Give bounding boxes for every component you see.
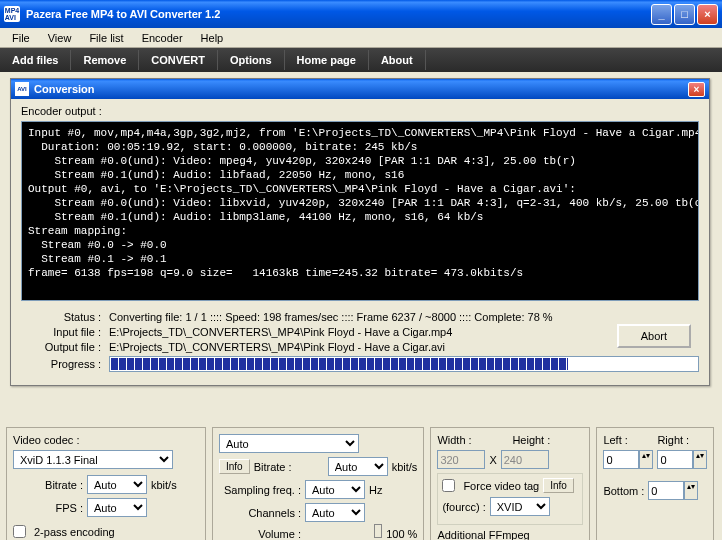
height-input[interactable]: [501, 450, 549, 469]
crop-bottom-spinner[interactable]: ▴▾: [648, 481, 698, 500]
video-fps-select[interactable]: Auto: [87, 498, 147, 517]
menu-encoder[interactable]: Encoder: [134, 30, 191, 46]
toolbar: Add files Remove CONVERT Options Home pa…: [0, 48, 722, 72]
status-label: Status :: [21, 311, 101, 323]
input-file-value: E:\Projects_TD\_CONVERTERS\_MP4\Pink Flo…: [109, 326, 699, 338]
convert-button[interactable]: CONVERT: [139, 50, 218, 70]
dialog-title-bar[interactable]: AVI Conversion ×: [11, 79, 709, 99]
abort-button[interactable]: Abort: [617, 324, 691, 348]
progress-bar: [109, 356, 699, 372]
output-file-value: E:\Projects_TD\_CONVERTERS\_MP4\Pink Flo…: [109, 341, 699, 353]
video-fps-label: FPS :: [13, 502, 83, 514]
volume-value: 100 %: [386, 528, 417, 540]
status-value: Converting file: 1 / 1 :::: Speed: 198 f…: [109, 311, 699, 323]
window-title: Pazera Free MP4 to AVI Converter 1.2: [26, 8, 651, 20]
height-label: Height :: [512, 434, 550, 446]
crop-bottom-label: Bottom :: [603, 485, 644, 497]
fourcc-select[interactable]: XVID: [490, 497, 550, 516]
progress-label: Progress :: [21, 358, 101, 370]
sampling-label: Sampling freq. :: [219, 484, 301, 496]
channels-label: Channels :: [219, 507, 301, 519]
audio-info-button[interactable]: Info: [219, 459, 250, 474]
width-label: Width :: [437, 434, 471, 446]
home-page-button[interactable]: Home page: [285, 50, 369, 70]
encoder-output-label: Encoder output :: [21, 105, 699, 117]
about-button[interactable]: About: [369, 50, 426, 70]
menu-bar: File View File list Encoder Help: [0, 28, 722, 48]
audio-bitrate-label: Bitrate :: [254, 461, 324, 473]
close-button[interactable]: ×: [697, 4, 718, 25]
video-bitrate-label: Bitrate :: [13, 479, 83, 491]
progress-fill: [111, 358, 568, 370]
output-file-label: Output file :: [21, 341, 101, 353]
sampling-unit: Hz: [369, 484, 382, 496]
twopass-label: 2-pass encoding: [34, 526, 115, 538]
remove-button[interactable]: Remove: [71, 50, 139, 70]
force-tag-checkbox[interactable]: [442, 479, 455, 492]
size-panel: Width : Height : X Force video tag Info …: [430, 427, 590, 540]
crop-left-spinner[interactable]: ▴▾: [603, 450, 653, 469]
volume-label: Volume :: [219, 528, 301, 540]
crop-right-label: Right :: [657, 434, 689, 446]
app-icon: MP4AVI: [4, 6, 20, 22]
video-codec-label: Video codec :: [13, 434, 83, 446]
volume-slider[interactable]: [305, 526, 382, 540]
audio-bitrate-select[interactable]: Auto: [328, 457, 388, 476]
crop-right-spinner[interactable]: ▴▾: [657, 450, 707, 469]
additional-params-label: Additional FFmpeg command-line parameter…: [437, 529, 541, 540]
title-bar: MP4AVI Pazera Free MP4 to AVI Converter …: [0, 0, 722, 28]
video-bitrate-select[interactable]: Auto: [87, 475, 147, 494]
add-files-button[interactable]: Add files: [0, 50, 71, 70]
x-label: X: [489, 454, 496, 466]
options-button[interactable]: Options: [218, 50, 285, 70]
channels-select[interactable]: Auto: [305, 503, 365, 522]
crop-left-label: Left :: [603, 434, 627, 446]
dialog-icon: AVI: [15, 82, 29, 96]
conversion-dialog: AVI Conversion × Encoder output : Input …: [10, 78, 710, 386]
width-input[interactable]: [437, 450, 485, 469]
audio-bitrate-unit: kbit/s: [392, 461, 418, 473]
maximize-button[interactable]: □: [674, 4, 695, 25]
menu-filelist[interactable]: File list: [81, 30, 131, 46]
dialog-title: Conversion: [34, 83, 688, 95]
crop-panel: Left : Right : ▴▾ ▴▾ Bottom : ▴▾: [596, 427, 714, 540]
sampling-select[interactable]: Auto: [305, 480, 365, 499]
fourcc-label: (fourcc) :: [442, 501, 485, 513]
audio-top-select[interactable]: Auto: [219, 434, 359, 453]
menu-view[interactable]: View: [40, 30, 80, 46]
console-output: Input #0, mov,mp4,m4a,3gp,3g2,mj2, from …: [21, 121, 699, 301]
input-file-label: Input file :: [21, 326, 101, 338]
menu-help[interactable]: Help: [193, 30, 232, 46]
twopass-checkbox[interactable]: [13, 525, 26, 538]
video-panel: Video codec : XviD 1.1.3 Final Bitrate :…: [6, 427, 206, 540]
menu-file[interactable]: File: [4, 30, 38, 46]
force-tag-label: Force video tag: [463, 480, 539, 492]
audio-panel: Auto Info Bitrate : Auto kbit/s Sampling…: [212, 427, 424, 540]
video-bitrate-unit: kbit/s: [151, 479, 177, 491]
minimize-button[interactable]: _: [651, 4, 672, 25]
fourcc-info-button[interactable]: Info: [543, 478, 574, 493]
dialog-close-button[interactable]: ×: [688, 82, 705, 97]
video-codec-select[interactable]: XviD 1.1.3 Final: [13, 450, 173, 469]
